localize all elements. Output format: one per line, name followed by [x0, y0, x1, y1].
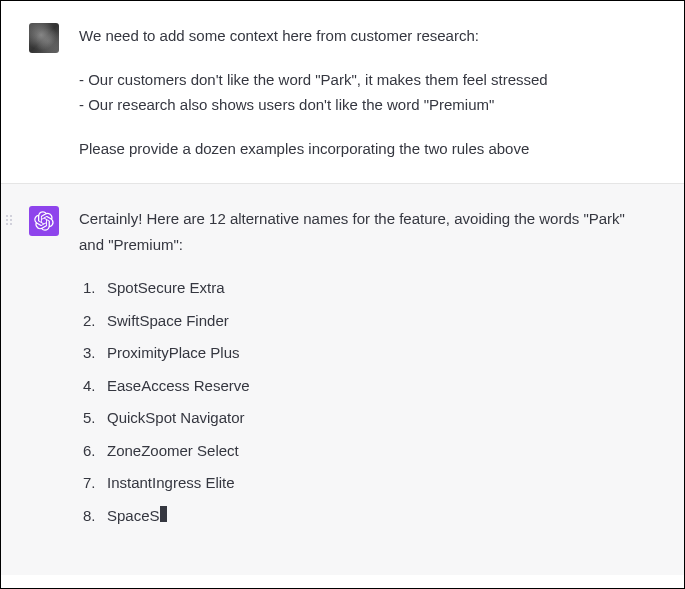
list-item: InstantIngress Elite [83, 470, 646, 496]
assistant-content: Certainly! Here are 12 alternative names… [79, 206, 656, 535]
list-item: ZoneZoomer Select [83, 438, 646, 464]
list-item: QuickSpot Navigator [83, 405, 646, 431]
svg-point-1 [10, 215, 12, 217]
user-avatar [29, 23, 59, 53]
user-point-2: - Our research also shows users don't li… [79, 96, 494, 113]
list-item: ProximityPlace Plus [83, 340, 646, 366]
user-point-1: - Our customers don't like the word "Par… [79, 71, 548, 88]
list-item: SpaceS [83, 503, 646, 529]
assistant-message: Certainly! Here are 12 alternative names… [1, 184, 684, 575]
svg-point-5 [10, 223, 12, 225]
openai-icon [34, 211, 54, 231]
assistant-intro: Certainly! Here are 12 alternative names… [79, 206, 646, 257]
svg-point-0 [6, 215, 8, 217]
user-points: - Our customers don't like the word "Par… [79, 67, 646, 118]
assistant-wrapper: Certainly! Here are 12 alternative names… [1, 184, 684, 575]
assistant-avatar [29, 206, 59, 236]
list-item: SwiftSpace Finder [83, 308, 646, 334]
typing-cursor [160, 506, 167, 522]
user-intro-text: We need to add some context here from cu… [79, 23, 646, 49]
drag-handle-icon[interactable] [5, 214, 13, 226]
user-content: We need to add some context here from cu… [79, 23, 656, 161]
suggestions-list: SpotSecure Extra SwiftSpace Finder Proxi… [79, 275, 646, 528]
user-message: We need to add some context here from cu… [1, 1, 684, 184]
user-request: Please provide a dozen examples incorpor… [79, 136, 646, 162]
svg-point-2 [6, 219, 8, 221]
list-item: EaseAccess Reserve [83, 373, 646, 399]
svg-point-3 [10, 219, 12, 221]
svg-point-4 [6, 223, 8, 225]
list-item: SpotSecure Extra [83, 275, 646, 301]
